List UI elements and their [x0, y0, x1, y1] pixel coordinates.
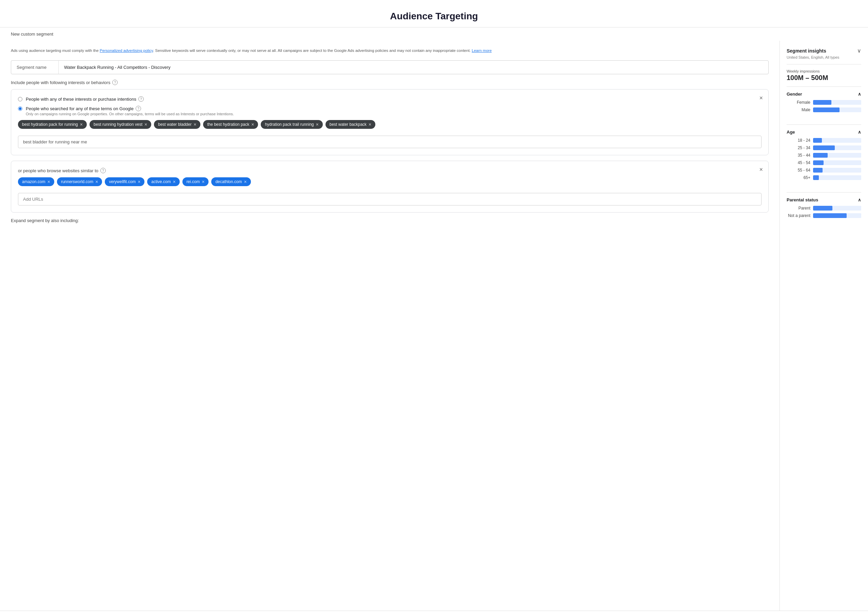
bar-fill [813, 213, 846, 218]
policy-link[interactable]: Personalized advertising policy [100, 48, 153, 53]
bar-fill [813, 138, 822, 143]
websites-card: × or people who browse websites similar … [11, 161, 769, 212]
page-header: Audience Targeting [0, 0, 868, 28]
bar-track [813, 107, 861, 112]
bar-row: 45 - 54 [787, 160, 861, 165]
parental-section-header[interactable]: Parental status ∧ [787, 197, 861, 202]
radio-interests-label[interactable]: People with any of these interests or pu… [26, 96, 144, 102]
segment-name-input[interactable] [59, 61, 768, 74]
parental-bars: Parent Not a parent [787, 206, 861, 218]
radio-interests[interactable] [18, 97, 22, 101]
interests-card-close[interactable]: × [759, 95, 763, 101]
radio1-help-icon[interactable]: ? [138, 96, 144, 102]
keyword-tag-label: best hydration pack for running [22, 122, 78, 127]
url-tag: amazon.com× [18, 177, 54, 186]
bar-fill [813, 146, 835, 150]
interests-section-label: Include people with following interests … [11, 80, 769, 85]
keyword-tag-label: best water backpack [330, 122, 367, 127]
radio-option-search[interactable]: People who searched for any of these ter… [18, 106, 761, 116]
url-tag: verywellfit.com× [105, 177, 144, 186]
parental-divider [787, 192, 861, 192]
websites-card-close[interactable]: × [759, 166, 763, 172]
page-title: Audience Targeting [0, 11, 868, 22]
insights-header: Segment insights ∨ [787, 48, 861, 54]
footer-actions: Cancel Save [0, 611, 868, 614]
radio-search-label[interactable]: People who searched for any of these ter… [26, 106, 234, 111]
parental-chevron-icon: ∧ [858, 197, 861, 202]
bar-label: 65+ [787, 175, 811, 180]
main-layout: Ads using audience targeting must comply… [0, 41, 868, 611]
bar-track [813, 138, 861, 143]
url-tag-label: active.com [151, 179, 170, 184]
weekly-impressions-value: 100M – 500M [787, 74, 861, 82]
insights-title: Segment insights [787, 48, 826, 54]
keyword-tag: best hydration pack for running× [18, 120, 87, 129]
radio-option-interests[interactable]: People with any of these interests or pu… [18, 96, 761, 102]
url-tags-area: amazon.com×runnersworld.com×verywellfit.… [18, 177, 761, 186]
websites-help-icon[interactable]: ? [100, 168, 106, 173]
learn-more-link[interactable]: Learn more [472, 48, 491, 53]
keyword-tag-remove[interactable]: × [316, 122, 319, 127]
parental-label: Parental status [787, 197, 818, 202]
url-tag-remove[interactable]: × [138, 179, 140, 184]
keyword-tag-remove[interactable]: × [194, 122, 196, 127]
policy-notice: Ads using audience targeting must comply… [11, 48, 769, 54]
keyword-tag-remove[interactable]: × [144, 122, 147, 127]
bar-fill [813, 175, 819, 180]
bar-row: Parent [787, 206, 861, 211]
gender-section-header[interactable]: Gender ∧ [787, 91, 861, 97]
url-tag-label: verywellfit.com [109, 179, 136, 184]
weekly-impressions-label: Weekly impressions [787, 69, 861, 73]
bar-track [813, 168, 861, 172]
subtitle-label: New custom segment [11, 31, 53, 37]
bar-track [813, 146, 861, 150]
bar-track [813, 100, 861, 105]
url-tag: runnersworld.com× [57, 177, 102, 186]
bar-fill [813, 160, 824, 165]
bar-track [813, 153, 861, 158]
bar-row: 65+ [787, 175, 861, 180]
bar-fill [813, 153, 828, 158]
gender-bars: Female Male [787, 100, 861, 112]
age-chevron-icon: ∧ [858, 130, 861, 135]
insights-chevron-icon[interactable]: ∨ [857, 48, 861, 54]
bar-track [813, 175, 861, 180]
keyword-tag-input[interactable] [18, 136, 761, 148]
keyword-tag-label: the best hydration pack [207, 122, 249, 127]
keyword-tag-label: best running hydration vest [94, 122, 143, 127]
url-tag-remove[interactable]: × [95, 179, 98, 184]
url-tag-label: decathlon.com [215, 179, 242, 184]
segment-name-row: Segment name [11, 60, 769, 74]
url-tag: rei.com× [183, 177, 209, 186]
bar-fill [813, 100, 831, 105]
insights-subtitle: United States, English, All types [787, 55, 861, 59]
bar-label: 45 - 54 [787, 160, 811, 165]
url-tag-input[interactable] [18, 193, 761, 205]
url-tag: active.com× [147, 177, 180, 186]
bar-row: 25 - 34 [787, 146, 861, 150]
bar-label: 18 - 24 [787, 138, 811, 143]
gender-spacer [787, 115, 861, 120]
bar-track [813, 160, 861, 165]
bar-fill [813, 107, 840, 112]
url-tag-remove[interactable]: × [48, 179, 50, 184]
bar-row: Male [787, 107, 861, 112]
radio-search[interactable] [18, 107, 22, 111]
age-section-header[interactable]: Age ∧ [787, 130, 861, 135]
keyword-tag-remove[interactable]: × [369, 122, 371, 127]
expand-section: Expand segment by also including: [11, 218, 769, 223]
bar-fill [813, 206, 832, 211]
keyword-tags-area: best hydration pack for running×best run… [18, 120, 761, 129]
bar-label: Parent [787, 206, 811, 211]
keyword-tag-remove[interactable]: × [251, 122, 254, 127]
url-tag-remove[interactable]: × [173, 179, 176, 184]
url-tag-remove[interactable]: × [202, 179, 205, 184]
interests-help-icon[interactable]: ? [112, 80, 118, 85]
keyword-tag: best running hydration vest× [90, 120, 151, 129]
radio2-help-icon[interactable]: ? [136, 106, 141, 111]
keyword-tag-label: best water bladder [158, 122, 192, 127]
url-tag-remove[interactable]: × [244, 179, 246, 184]
gender-label: Gender [787, 91, 802, 97]
keyword-tag-remove[interactable]: × [80, 122, 83, 127]
interests-card: × People with any of these interests or … [11, 89, 769, 155]
